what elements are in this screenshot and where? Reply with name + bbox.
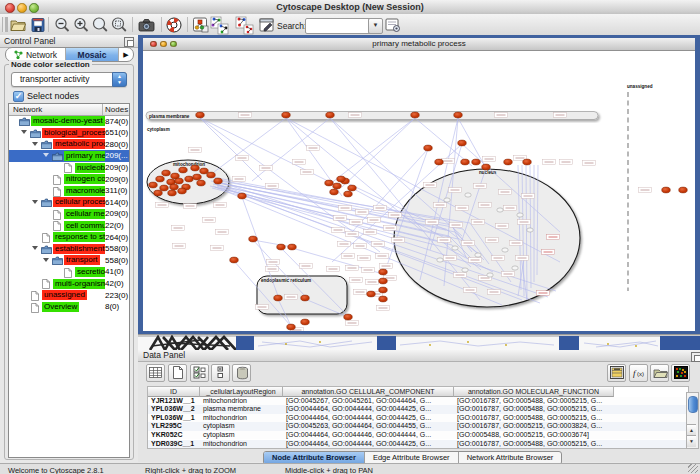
table-cell[interactable]: [GO:0045267, GO:0045261, GO:0044464, G..… [283, 397, 453, 406]
table-cell[interactable]: YPL036W__1 [148, 414, 199, 423]
expand-arrow-icon[interactable] [21, 130, 27, 134]
table-cell[interactable]: [GO:0005488, GO:0005215, GO:0003674] [454, 431, 613, 440]
window-close-icon[interactable] [150, 41, 157, 48]
app-title-bar[interactable]: Cytoscape Desktop (New Session) [0, 0, 700, 15]
table-cell[interactable]: YJR121W__1 [148, 397, 199, 406]
tree-row-count: 223(0) [105, 291, 128, 300]
expand-arrow-icon[interactable] [32, 200, 38, 204]
table-column-header[interactable]: annotation.GO MOLECULAR_FUNCTION [454, 387, 614, 397]
open-folder-button[interactable] [9, 16, 27, 34]
table-cell[interactable]: YDR039C__1 [148, 440, 199, 449]
delete-attribute-button[interactable] [232, 364, 251, 382]
table-cell[interactable]: [GO:0016787, GO:0005488, GO:0005215, G..… [454, 414, 613, 423]
tree-column-divider[interactable] [102, 104, 103, 115]
network-pair-red-button[interactable] [235, 16, 253, 34]
combobox-stepper-icon[interactable]: ▲▼ [112, 72, 127, 87]
zoom-in-button[interactable] [72, 16, 90, 34]
node-color-combobox[interactable]: transporter activity ▲▼ [11, 72, 127, 87]
table-cell[interactable]: [GO:0016787, GO:0005488, GO:0005215, G..… [454, 405, 613, 414]
save-button[interactable] [29, 16, 47, 34]
table-cell[interactable]: [GO:0016787, GO:0005215, GO:0003824, G..… [454, 422, 613, 431]
table-scrollbar[interactable]: ▲ ▼ [686, 392, 699, 449]
table-cell[interactable]: [GO:0044464, GO:0044444, GO:0044425, G..… [283, 414, 453, 423]
table-column-header[interactable]: ID [148, 387, 200, 397]
minimize-window-button[interactable] [17, 3, 27, 13]
network-canvas[interactable]: plasma membranecytoplasmmitochondrionnuc… [143, 51, 695, 331]
tree-row[interactable]: nucleobase-209(0) [9, 162, 129, 174]
tree-row[interactable]: Overview8(0) [9, 301, 129, 313]
tabs-overflow-button[interactable]: ▶ [119, 48, 133, 61]
attribute-table-button[interactable] [146, 364, 165, 382]
table-cell[interactable]: YKR052C [148, 431, 199, 440]
expand-arrow-icon[interactable] [32, 142, 38, 146]
search-settings-button[interactable] [384, 16, 402, 34]
scroll-down-button[interactable]: ▼ [687, 435, 696, 447]
table-column-header[interactable]: annotation.GO CELLULAR_COMPONENT [283, 387, 454, 397]
search-input[interactable] [305, 18, 372, 34]
tree-row[interactable]: metabolic process280(0) [9, 139, 129, 151]
file-icon [53, 187, 61, 197]
tree-row-count: 264(0) [105, 233, 128, 242]
table-cell[interactable]: [GO:0044464, GO:0044444, GO:0044425, G..… [283, 440, 453, 449]
zoom-fit-button[interactable] [91, 16, 109, 34]
new-attribute-button[interactable] [168, 364, 187, 382]
tree-row[interactable]: response to stimul264(0) [9, 232, 129, 244]
tree-row[interactable]: cellular process614(0) [9, 197, 129, 209]
table-cell[interactable]: plasma membrane [200, 405, 282, 414]
table-cell[interactable]: cytoplasm [200, 431, 282, 440]
table-cell[interactable]: YPL036W__2 [148, 405, 199, 414]
control-panel-title: Control Panel [4, 36, 56, 46]
search-dropdown-button[interactable]: ▼ [368, 18, 383, 34]
table-column-header[interactable]: _cellularLayoutRegion [200, 387, 283, 397]
zoom-selected-button[interactable] [110, 16, 128, 34]
zoom-window-button[interactable] [29, 3, 39, 13]
tree-row[interactable]: biological_process651(0) [9, 127, 129, 139]
tree-row[interactable]: multi-organism pro42(0) [9, 278, 129, 290]
table-cell[interactable]: [GO:0016787, GO:0005488, GO:0005215, G..… [454, 397, 613, 406]
tree-row[interactable]: establishment of lo558(0) [9, 243, 129, 255]
lifesaver-button[interactable] [165, 16, 183, 34]
import-attributes-button[interactable] [650, 364, 669, 382]
tree-row[interactable]: secretion41(0) [9, 266, 129, 278]
float-panel-icon[interactable] [124, 37, 134, 47]
table-cell[interactable]: mitochondrion [200, 414, 282, 423]
attribute-pair-button[interactable] [211, 364, 230, 382]
expand-arrow-icon[interactable] [43, 153, 49, 157]
table-cell[interactable]: [GO:0044464, GO:0044446, GO:0044444, G..… [283, 431, 453, 440]
window-zoom-icon[interactable] [170, 41, 177, 48]
network-window-title-bar[interactable]: primary metabolic process [143, 38, 695, 51]
tree-row[interactable]: mosaic-demo-yeast874(0) [9, 116, 129, 128]
table-cell[interactable]: [GO:0016787, GO:0005488, GO:0005215, G..… [454, 440, 613, 449]
tree-row[interactable]: nitrogen compo209(0) [9, 174, 129, 186]
attribute-form-button[interactable] [607, 364, 626, 382]
tree-row[interactable]: macromolecule311(0) [9, 185, 129, 197]
tree-row[interactable]: cell communicat22(0) [9, 220, 129, 232]
tree-row[interactable]: unassigned223(0) [9, 290, 129, 302]
table-cell[interactable]: [GO:0045263, GO:0044464, GO:0044455, G..… [283, 422, 453, 431]
status-pan-hint: Middle-click + drag to PAN [285, 466, 373, 474]
table-cell[interactable]: YLR295C [148, 422, 199, 431]
close-window-button[interactable] [5, 3, 15, 13]
table-cell[interactable]: mitochondrion [200, 440, 282, 449]
scrollbar-thumb[interactable] [688, 396, 698, 413]
resize-grip[interactable] [688, 464, 698, 473]
camera-button[interactable] [137, 16, 155, 34]
expand-arrow-icon[interactable] [43, 258, 49, 262]
heatmap-button[interactable] [671, 364, 690, 382]
node-grid-button[interactable] [192, 16, 210, 34]
function-builder-button[interactable]: f(x) [629, 364, 648, 382]
table-cell[interactable]: mitochondrion [200, 397, 282, 406]
tree-row[interactable]: transport558(0) [9, 255, 129, 267]
tree-row[interactable]: primary metabo209(... [9, 150, 129, 162]
expand-arrow-icon[interactable] [32, 246, 38, 250]
zoom-out-button[interactable] [53, 16, 71, 34]
network-pair-blue-button[interactable] [210, 16, 228, 34]
select-nodes-checkbox[interactable]: ✓ [13, 91, 24, 102]
vizmapper-button[interactable] [258, 16, 276, 34]
window-minimize-icon[interactable] [160, 41, 167, 48]
table-cell[interactable]: [GO:0044464, GO:0044444, GO:0044425, G..… [283, 405, 453, 414]
toolbar-grip[interactable] [2, 17, 5, 32]
table-cell[interactable]: cytoplasm [200, 422, 282, 431]
select-attributes-button[interactable] [190, 364, 209, 382]
tree-row[interactable]: cellular metabo209(0) [9, 208, 129, 220]
